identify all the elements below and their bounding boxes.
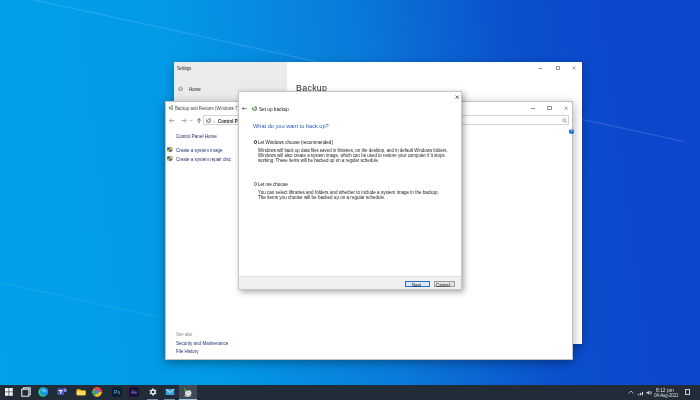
svg-text:04-Aug-2021: 04-Aug-2021 [654,392,678,397]
